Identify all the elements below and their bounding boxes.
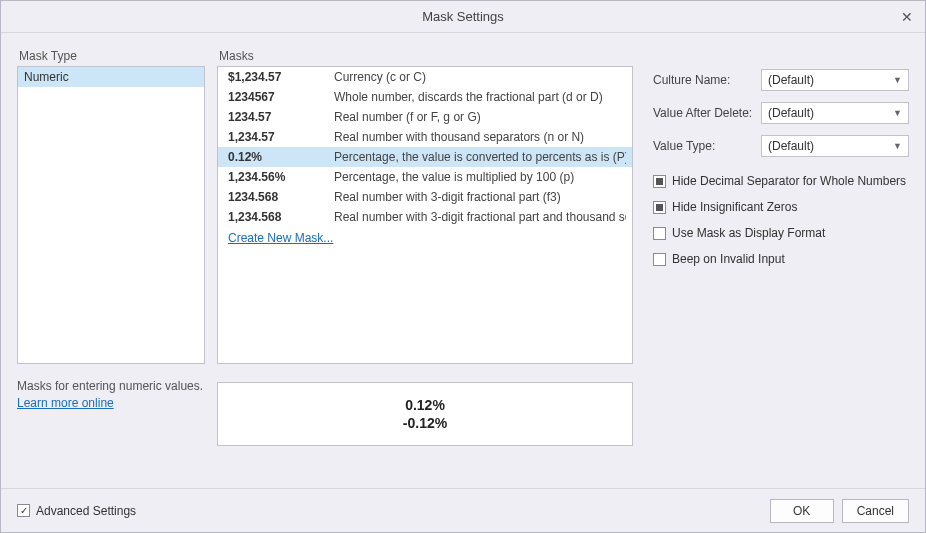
beep-check[interactable]: Beep on Invalid Input	[653, 252, 909, 266]
mask-description: Currency (c or C)	[334, 70, 426, 84]
mask-description: Whole number, discards the fractional pa…	[334, 90, 603, 104]
use-mask-check[interactable]: Use Mask as Display Format	[653, 226, 909, 240]
mask-settings-dialog: Mask Settings ✕ Mask Type Numeric Masks …	[0, 0, 926, 533]
preview-positive: 0.12%	[405, 396, 445, 414]
create-new-mask-link[interactable]: Create New Mask...	[218, 227, 632, 248]
titlebar: Mask Settings ✕	[1, 1, 925, 33]
preview-negative: -0.12%	[403, 414, 447, 432]
advanced-settings-check[interactable]: Advanced Settings	[17, 504, 136, 518]
mask-type-item[interactable]: Numeric	[18, 67, 204, 87]
mask-example: 1234567	[228, 90, 334, 104]
checkbox-icon	[653, 175, 666, 188]
hide-decimal-check[interactable]: Hide Decimal Separator for Whole Numbers	[653, 174, 909, 188]
hide-zeros-check[interactable]: Hide Insignificant Zeros	[653, 200, 909, 214]
chevron-down-icon: ▼	[893, 75, 902, 85]
value-after-delete-label: Value After Delete:	[653, 106, 761, 120]
mask-row[interactable]: 1,234.56%Percentage, the value is multip…	[218, 167, 632, 187]
mask-row[interactable]: 1,234.57Real number with thousand separa…	[218, 127, 632, 147]
mask-description: Real number with 3-digit fractional part…	[334, 210, 626, 224]
mask-description: Percentage, the value is converted to pe…	[334, 150, 626, 164]
mask-example: 1234.568	[228, 190, 334, 204]
value-type-label: Value Type:	[653, 139, 761, 153]
chevron-down-icon: ▼	[893, 108, 902, 118]
hide-decimal-label: Hide Decimal Separator for Whole Numbers	[672, 174, 906, 188]
beep-label: Beep on Invalid Input	[672, 252, 785, 266]
checkbox-icon	[653, 253, 666, 266]
checkbox-icon	[653, 201, 666, 214]
culture-name-combo[interactable]: (Default) ▼	[761, 69, 909, 91]
help-text: Masks for entering numeric values. Learn…	[17, 378, 205, 412]
footer: Advanced Settings OK Cancel	[1, 488, 925, 532]
culture-name-value: (Default)	[768, 73, 814, 87]
mask-type-panel: Mask Type Numeric Masks for entering num…	[17, 49, 205, 472]
dialog-title: Mask Settings	[422, 9, 504, 24]
mask-description: Real number (f or F, g or G)	[334, 110, 481, 124]
mask-row[interactable]: 1234.57Real number (f or F, g or G)	[218, 107, 632, 127]
mask-example: 1,234.56%	[228, 170, 334, 184]
value-type-value: (Default)	[768, 139, 814, 153]
mask-type-list[interactable]: Numeric	[17, 66, 205, 364]
masks-list[interactable]: $1,234.57Currency (c or C)1234567Whole n…	[217, 66, 633, 364]
ok-button[interactable]: OK	[770, 499, 834, 523]
mask-example: $1,234.57	[228, 70, 334, 84]
options-panel: Culture Name: (Default) ▼ Value After De…	[645, 49, 909, 472]
hide-zeros-label: Hide Insignificant Zeros	[672, 200, 797, 214]
cancel-button[interactable]: Cancel	[842, 499, 909, 523]
mask-row[interactable]: 1234567Whole number, discards the fracti…	[218, 87, 632, 107]
mask-example: 1,234.568	[228, 210, 334, 224]
mask-example: 0.12%	[228, 150, 334, 164]
culture-name-label: Culture Name:	[653, 73, 761, 87]
value-type-combo[interactable]: (Default) ▼	[761, 135, 909, 157]
mask-example: 1234.57	[228, 110, 334, 124]
use-mask-label: Use Mask as Display Format	[672, 226, 825, 240]
mask-row[interactable]: 1234.568Real number with 3-digit fractio…	[218, 187, 632, 207]
mask-description: Real number with 3-digit fractional part…	[334, 190, 561, 204]
checkbox-icon	[17, 504, 30, 517]
checkbox-icon	[653, 227, 666, 240]
value-type-row: Value Type: (Default) ▼	[653, 135, 909, 157]
mask-type-label: Mask Type	[17, 49, 205, 63]
help-description: Masks for entering numeric values.	[17, 379, 203, 393]
learn-more-link[interactable]: Learn more online	[17, 396, 114, 410]
close-icon[interactable]: ✕	[897, 7, 917, 27]
mask-row[interactable]: 0.12%Percentage, the value is converted …	[218, 147, 632, 167]
masks-label: Masks	[217, 49, 633, 63]
mask-row[interactable]: 1,234.568Real number with 3-digit fracti…	[218, 207, 632, 227]
value-after-delete-combo[interactable]: (Default) ▼	[761, 102, 909, 124]
dialog-body: Mask Type Numeric Masks for entering num…	[1, 33, 925, 488]
value-after-delete-row: Value After Delete: (Default) ▼	[653, 102, 909, 124]
preview-box: 0.12% -0.12%	[217, 382, 633, 446]
mask-example: 1,234.57	[228, 130, 334, 144]
mask-description: Percentage, the value is multiplied by 1…	[334, 170, 574, 184]
chevron-down-icon: ▼	[893, 141, 902, 151]
culture-name-row: Culture Name: (Default) ▼	[653, 69, 909, 91]
masks-panel: Masks $1,234.57Currency (c or C)1234567W…	[217, 49, 633, 472]
mask-row[interactable]: $1,234.57Currency (c or C)	[218, 67, 632, 87]
mask-description: Real number with thousand separators (n …	[334, 130, 584, 144]
advanced-settings-label: Advanced Settings	[36, 504, 136, 518]
value-after-delete-value: (Default)	[768, 106, 814, 120]
